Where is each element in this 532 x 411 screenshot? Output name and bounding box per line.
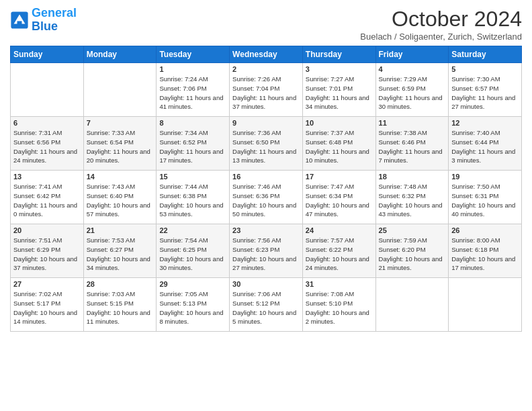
day-number: 19 bbox=[451, 173, 519, 181]
calendar-cell: 31Sunrise: 7:08 AM Sunset: 5:10 PM Dayli… bbox=[302, 278, 375, 332]
calendar-cell: 9Sunrise: 7:36 AM Sunset: 6:50 PM Daylig… bbox=[230, 117, 303, 171]
day-number: 23 bbox=[232, 226, 300, 234]
day-number: 6 bbox=[13, 119, 81, 127]
calendar-week-row: 20Sunrise: 7:51 AM Sunset: 6:29 PM Dayli… bbox=[11, 224, 522, 278]
day-of-week-header: Friday bbox=[375, 46, 449, 63]
day-info: Sunrise: 7:33 AM Sunset: 6:54 PM Dayligh… bbox=[87, 128, 154, 165]
day-info: Sunrise: 7:08 AM Sunset: 5:10 PM Dayligh… bbox=[306, 289, 373, 326]
day-number: 3 bbox=[306, 65, 373, 73]
logo-text: General Blue bbox=[32, 7, 77, 34]
day-number: 26 bbox=[451, 226, 519, 234]
calendar-cell: 16Sunrise: 7:46 AM Sunset: 6:36 PM Dayli… bbox=[230, 171, 303, 224]
day-number: 11 bbox=[379, 119, 446, 127]
calendar-cell bbox=[11, 63, 84, 117]
calendar-week-row: 1Sunrise: 7:24 AM Sunset: 7:06 PM Daylig… bbox=[11, 63, 522, 117]
day-of-week-header: Monday bbox=[83, 46, 157, 63]
day-number: 22 bbox=[159, 226, 226, 234]
calendar-week-row: 6Sunrise: 7:31 AM Sunset: 6:56 PM Daylig… bbox=[11, 117, 522, 171]
day-info: Sunrise: 7:57 AM Sunset: 6:22 PM Dayligh… bbox=[306, 236, 373, 273]
day-number: 21 bbox=[87, 226, 154, 234]
calendar-week-row: 13Sunrise: 7:41 AM Sunset: 6:42 PM Dayli… bbox=[11, 171, 522, 224]
day-number: 20 bbox=[13, 226, 81, 234]
location-subtitle: Buelach / Soligaenter, Zurich, Switzerla… bbox=[360, 32, 522, 42]
day-number: 13 bbox=[13, 173, 81, 181]
day-info: Sunrise: 7:51 AM Sunset: 6:29 PM Dayligh… bbox=[13, 236, 81, 273]
day-number: 15 bbox=[159, 173, 226, 181]
day-number: 24 bbox=[306, 226, 373, 234]
day-of-week-header: Tuesday bbox=[157, 46, 230, 63]
calendar-cell: 5Sunrise: 7:30 AM Sunset: 6:57 PM Daylig… bbox=[449, 63, 522, 117]
day-info: Sunrise: 7:29 AM Sunset: 6:59 PM Dayligh… bbox=[379, 75, 446, 111]
calendar-cell: 13Sunrise: 7:41 AM Sunset: 6:42 PM Dayli… bbox=[11, 171, 84, 224]
svg-rect-2 bbox=[17, 21, 22, 26]
calendar-cell: 23Sunrise: 7:56 AM Sunset: 6:23 PM Dayli… bbox=[230, 224, 303, 278]
calendar-cell: 7Sunrise: 7:33 AM Sunset: 6:54 PM Daylig… bbox=[83, 117, 157, 171]
day-of-week-header: Saturday bbox=[449, 46, 522, 63]
calendar-cell: 6Sunrise: 7:31 AM Sunset: 6:56 PM Daylig… bbox=[11, 117, 84, 171]
day-info: Sunrise: 8:00 AM Sunset: 6:18 PM Dayligh… bbox=[451, 236, 519, 273]
day-info: Sunrise: 7:43 AM Sunset: 6:40 PM Dayligh… bbox=[87, 182, 154, 219]
calendar-cell: 28Sunrise: 7:03 AM Sunset: 5:15 PM Dayli… bbox=[83, 278, 157, 332]
calendar-cell: 26Sunrise: 8:00 AM Sunset: 6:18 PM Dayli… bbox=[449, 224, 522, 278]
logo-icon bbox=[10, 11, 29, 30]
calendar-cell: 20Sunrise: 7:51 AM Sunset: 6:29 PM Dayli… bbox=[11, 224, 84, 278]
day-number: 25 bbox=[379, 226, 446, 234]
calendar-cell: 15Sunrise: 7:44 AM Sunset: 6:38 PM Dayli… bbox=[157, 171, 230, 224]
header: General Blue October 2024 Buelach / Soli… bbox=[10, 7, 522, 42]
day-info: Sunrise: 7:56 AM Sunset: 6:23 PM Dayligh… bbox=[232, 236, 300, 273]
day-number: 29 bbox=[159, 280, 226, 288]
page: General Blue October 2024 Buelach / Soli… bbox=[0, 0, 532, 338]
day-of-week-header: Wednesday bbox=[230, 46, 303, 63]
day-info: Sunrise: 7:48 AM Sunset: 6:32 PM Dayligh… bbox=[379, 182, 446, 219]
calendar-cell: 2Sunrise: 7:26 AM Sunset: 7:04 PM Daylig… bbox=[230, 63, 303, 117]
day-number: 12 bbox=[451, 119, 519, 127]
calendar-cell: 29Sunrise: 7:05 AM Sunset: 5:13 PM Dayli… bbox=[157, 278, 230, 332]
day-info: Sunrise: 7:03 AM Sunset: 5:15 PM Dayligh… bbox=[87, 289, 154, 326]
day-number: 27 bbox=[13, 280, 81, 288]
calendar-cell bbox=[449, 278, 522, 332]
day-info: Sunrise: 7:02 AM Sunset: 5:17 PM Dayligh… bbox=[13, 289, 81, 326]
day-number: 5 bbox=[451, 65, 519, 73]
calendar-cell bbox=[375, 278, 449, 332]
day-info: Sunrise: 7:24 AM Sunset: 7:06 PM Dayligh… bbox=[159, 75, 226, 111]
day-number: 14 bbox=[87, 173, 154, 181]
day-info: Sunrise: 7:54 AM Sunset: 6:25 PM Dayligh… bbox=[159, 236, 226, 273]
title-block: October 2024 Buelach / Soligaenter, Zuri… bbox=[360, 7, 522, 42]
day-info: Sunrise: 7:36 AM Sunset: 6:50 PM Dayligh… bbox=[232, 128, 300, 165]
day-number: 30 bbox=[232, 280, 300, 288]
day-number: 2 bbox=[232, 65, 300, 73]
day-info: Sunrise: 7:41 AM Sunset: 6:42 PM Dayligh… bbox=[13, 182, 81, 219]
calendar-cell: 12Sunrise: 7:40 AM Sunset: 6:44 PM Dayli… bbox=[449, 117, 522, 171]
day-info: Sunrise: 7:05 AM Sunset: 5:13 PM Dayligh… bbox=[159, 289, 226, 326]
day-info: Sunrise: 7:34 AM Sunset: 6:52 PM Dayligh… bbox=[159, 128, 226, 165]
calendar-cell: 18Sunrise: 7:48 AM Sunset: 6:32 PM Dayli… bbox=[375, 171, 449, 224]
day-number: 31 bbox=[306, 280, 373, 288]
calendar-cell: 3Sunrise: 7:27 AM Sunset: 7:01 PM Daylig… bbox=[302, 63, 375, 117]
calendar-cell: 1Sunrise: 7:24 AM Sunset: 7:06 PM Daylig… bbox=[157, 63, 230, 117]
day-info: Sunrise: 7:27 AM Sunset: 7:01 PM Dayligh… bbox=[306, 75, 373, 111]
calendar-cell: 8Sunrise: 7:34 AM Sunset: 6:52 PM Daylig… bbox=[157, 117, 230, 171]
day-number: 28 bbox=[87, 280, 154, 288]
calendar-cell: 25Sunrise: 7:59 AM Sunset: 6:20 PM Dayli… bbox=[375, 224, 449, 278]
day-of-week-header: Sunday bbox=[11, 46, 84, 63]
calendar-cell: 4Sunrise: 7:29 AM Sunset: 6:59 PM Daylig… bbox=[375, 63, 449, 117]
day-info: Sunrise: 7:59 AM Sunset: 6:20 PM Dayligh… bbox=[379, 236, 446, 273]
day-number: 4 bbox=[379, 65, 446, 73]
day-info: Sunrise: 7:30 AM Sunset: 6:57 PM Dayligh… bbox=[451, 75, 519, 111]
day-number: 7 bbox=[87, 119, 154, 127]
calendar-cell: 14Sunrise: 7:43 AM Sunset: 6:40 PM Dayli… bbox=[83, 171, 157, 224]
day-info: Sunrise: 7:50 AM Sunset: 6:31 PM Dayligh… bbox=[451, 182, 519, 219]
day-info: Sunrise: 7:53 AM Sunset: 6:27 PM Dayligh… bbox=[87, 236, 154, 273]
day-info: Sunrise: 7:44 AM Sunset: 6:38 PM Dayligh… bbox=[159, 182, 226, 219]
day-info: Sunrise: 7:40 AM Sunset: 6:44 PM Dayligh… bbox=[451, 128, 519, 165]
day-info: Sunrise: 7:26 AM Sunset: 7:04 PM Dayligh… bbox=[232, 75, 300, 111]
day-number: 8 bbox=[159, 119, 226, 127]
calendar-cell: 27Sunrise: 7:02 AM Sunset: 5:17 PM Dayli… bbox=[11, 278, 84, 332]
day-number: 9 bbox=[232, 119, 300, 127]
calendar-cell: 21Sunrise: 7:53 AM Sunset: 6:27 PM Dayli… bbox=[83, 224, 157, 278]
calendar-cell: 22Sunrise: 7:54 AM Sunset: 6:25 PM Dayli… bbox=[157, 224, 230, 278]
calendar-cell bbox=[83, 63, 157, 117]
day-info: Sunrise: 7:31 AM Sunset: 6:56 PM Dayligh… bbox=[13, 128, 81, 165]
calendar-cell: 11Sunrise: 7:38 AM Sunset: 6:46 PM Dayli… bbox=[375, 117, 449, 171]
calendar-cell: 19Sunrise: 7:50 AM Sunset: 6:31 PM Dayli… bbox=[449, 171, 522, 224]
